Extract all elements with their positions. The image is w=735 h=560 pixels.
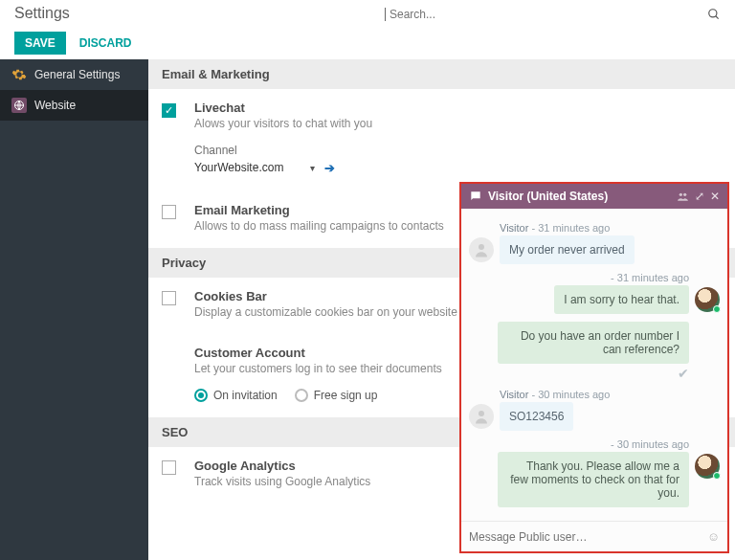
cookies-checkbox[interactable] — [162, 291, 176, 305]
chat-message: Visitor - 31 minutes agoMy order never a… — [469, 222, 720, 264]
sidebar-item-label: Website — [34, 99, 76, 112]
setting-livechat: Livechat Alows your visitors to chat wit… — [148, 89, 735, 191]
agent-avatar — [695, 287, 720, 312]
chat-message: Do you have an order number I can refere… — [469, 322, 720, 381]
gear-icon — [11, 67, 27, 82]
radio-icon — [194, 389, 208, 402]
livechat-desc: Alows your visitors to chat with you — [194, 117, 722, 130]
svg-point-0 — [709, 10, 717, 17]
message-meta: - 31 minutes ago — [498, 272, 689, 283]
channel-select[interactable]: YourWebsite.com — [194, 159, 301, 176]
svg-line-1 — [716, 16, 719, 19]
chat-body[interactable]: Visitor - 31 minutes agoMy order never a… — [461, 209, 727, 521]
sidebar-item-website[interactable]: Website — [0, 90, 148, 121]
read-tick-icon: ✔ — [498, 366, 689, 381]
chat-input[interactable] — [469, 530, 700, 544]
message-bubble: I am sorry to hear that. — [554, 285, 689, 314]
chat-message: - 31 minutes agoI am sorry to hear that. — [469, 272, 720, 314]
message-bubble: Thank you. Please allow me a few moments… — [498, 452, 689, 507]
chat-message: - 30 minutes agoThank you. Please allow … — [469, 438, 720, 507]
globe-icon — [11, 98, 27, 113]
message-bubble: Do you have an order number I can refere… — [498, 322, 689, 364]
section-header-email: Email & Marketing — [148, 59, 735, 89]
search-icon[interactable] — [707, 8, 721, 21]
message-meta: - 30 minutes ago — [498, 438, 689, 450]
radio-icon — [295, 389, 308, 402]
svg-point-3 — [679, 192, 682, 195]
sidebar-item-general[interactable]: General Settings — [0, 59, 148, 90]
svg-point-4 — [683, 192, 686, 195]
caret-down-icon[interactable]: ▾ — [310, 163, 315, 173]
visitor-avatar — [469, 404, 494, 429]
presence-indicator — [713, 472, 721, 480]
channel-arrow-icon[interactable]: ➔ — [324, 161, 335, 175]
save-button[interactable]: SAVE — [14, 32, 66, 55]
discard-button[interactable]: DISCARD — [76, 32, 136, 55]
livechat-title: Livechat — [194, 101, 722, 115]
livechat-checkbox[interactable] — [162, 103, 176, 118]
message-bubble: SO123456 — [500, 402, 573, 431]
agent-avatar — [695, 454, 720, 479]
channel-label: Channel — [194, 144, 722, 157]
close-icon[interactable]: ✕ — [710, 190, 720, 203]
message-meta: Visitor - 31 minutes ago — [500, 222, 691, 234]
sidebar-item-label: General Settings — [34, 68, 120, 81]
chat-icon — [469, 190, 482, 203]
svg-point-6 — [479, 411, 484, 416]
radio-on-invitation[interactable]: On invitation — [194, 389, 278, 402]
page-title: Settings — [14, 5, 70, 22]
message-bubble: My order never arrived — [500, 235, 635, 264]
presence-indicator — [713, 305, 721, 313]
mailing-checkbox[interactable] — [162, 205, 176, 219]
search-input[interactable] — [386, 4, 702, 25]
svg-point-5 — [479, 244, 484, 250]
chat-message: Visitor - 30 minutes agoSO123456 — [469, 389, 720, 431]
emoji-icon[interactable]: ☺ — [707, 529, 720, 544]
chat-header[interactable]: Visitor (United States) ⤢ ✕ — [461, 184, 727, 209]
message-meta: Visitor - 30 minutes ago — [500, 389, 691, 400]
visitor-avatar — [469, 237, 494, 262]
radio-free-signup[interactable]: Free sign up — [295, 389, 378, 402]
expand-icon[interactable]: ⤢ — [695, 190, 704, 203]
chat-panel: Visitor (United States) ⤢ ✕ Visitor - 31… — [459, 182, 729, 553]
users-icon[interactable] — [677, 190, 689, 203]
chat-title: Visitor (United States) — [488, 190, 671, 203]
sidebar: General Settings Website — [0, 59, 148, 560]
ga-checkbox[interactable] — [162, 460, 176, 475]
